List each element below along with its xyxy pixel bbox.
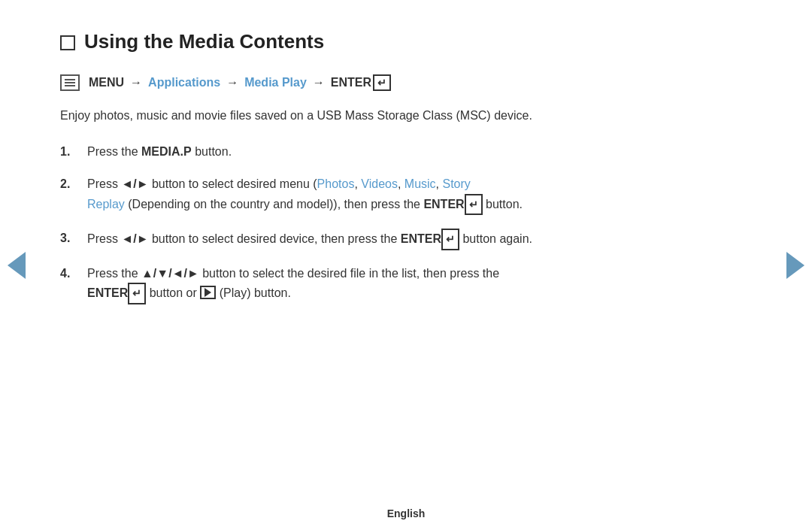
play-icon	[205, 288, 211, 297]
step-3-enter: ENTER↵	[401, 232, 459, 245]
step-2-content: Press ◄/► button to select desired menu …	[87, 174, 752, 215]
footer: English	[0, 497, 812, 530]
nav-arrow-1: →	[130, 76, 142, 89]
right-arrow-icon	[786, 252, 804, 279]
checkbox-icon	[60, 35, 75, 50]
menu-navigation: MENU → Applications → Media Play → ENTER…	[60, 74, 752, 91]
step-1-number: 1.	[60, 142, 75, 162]
menu-icon	[60, 74, 80, 91]
step-4: 4. Press the ▲/▼/◄/► button to select th…	[60, 264, 752, 304]
menu-label: MENU	[89, 76, 124, 89]
next-arrow-button[interactable]	[785, 249, 806, 282]
step-4-content: Press the ▲/▼/◄/► button to select the d…	[87, 264, 752, 304]
step-1: 1. Press the MEDIA.P button.	[60, 142, 752, 162]
play-box	[200, 286, 216, 299]
step-2-enter-box: ↵	[465, 194, 483, 215]
step-3-enter-box: ↵	[441, 229, 459, 250]
steps-list: 1. Press the MEDIA.P button. 2. Press ◄/…	[60, 142, 752, 304]
step-3-content: Press ◄/► button to select desired devic…	[87, 229, 752, 250]
step-4-enter-box: ↵	[128, 283, 146, 304]
page-title: Using the Media Contents	[84, 30, 324, 53]
step-4-enter: ENTER↵	[87, 286, 146, 299]
left-arrow-icon	[8, 252, 26, 279]
page-container: Using the Media Contents MENU → Applicat…	[0, 0, 812, 530]
step-4-number: 4.	[60, 264, 75, 304]
footer-language: English	[387, 507, 426, 519]
enter-label: ENTER↵	[331, 74, 391, 91]
step-2-enter: ENTER↵	[423, 198, 482, 210]
nav-arrow-2: →	[226, 76, 238, 89]
step-2: 2. Press ◄/► button to select desired me…	[60, 174, 752, 215]
enter-box: ↵	[373, 74, 391, 91]
step-2-arrows: ◄/►	[121, 177, 148, 190]
step-4-arrows: ▲/▼/◄/►	[141, 267, 199, 280]
music-link: Music	[404, 177, 436, 190]
step-1-mediap: MEDIA.P	[141, 145, 192, 158]
photos-link: Photos	[317, 177, 355, 190]
applications-link: Applications	[148, 76, 220, 89]
media-play-link: Media Play	[244, 76, 307, 89]
nav-arrow-3: →	[313, 76, 325, 89]
step-2-number: 2.	[60, 174, 75, 215]
description-text: Enjoy photos, music and movie files save…	[60, 106, 752, 126]
videos-link: Videos	[361, 177, 398, 190]
step-3-number: 3.	[60, 229, 75, 250]
prev-arrow-button[interactable]	[6, 249, 27, 282]
step-3: 3. Press ◄/► button to select desired de…	[60, 229, 752, 250]
main-content: Using the Media Contents MENU → Applicat…	[0, 0, 812, 497]
step-1-content: Press the MEDIA.P button.	[87, 142, 752, 162]
page-title-section: Using the Media Contents	[60, 30, 752, 53]
step-3-arrows: ◄/►	[121, 232, 148, 245]
